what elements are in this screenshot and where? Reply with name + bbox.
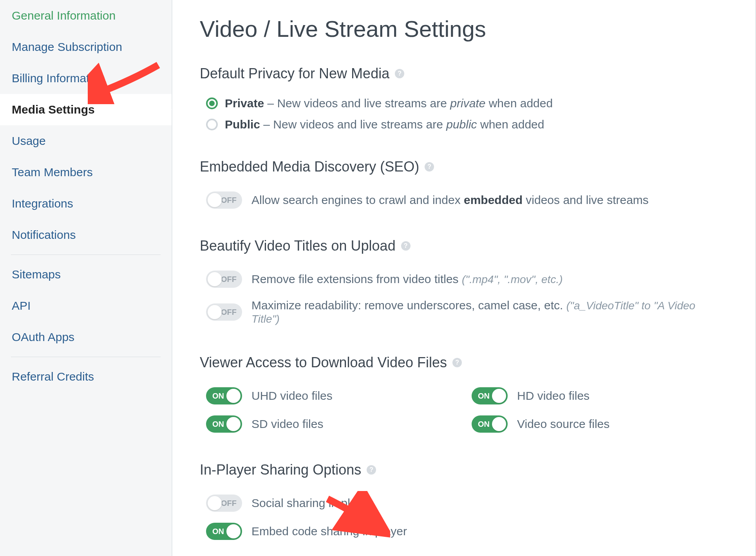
sidebar-item-oauth-apps[interactable]: OAuth Apps: [0, 321, 172, 353]
seo-toggle[interactable]: OFF: [206, 191, 242, 209]
section-title-text: Default Privacy for New Media: [200, 65, 389, 82]
remove-extensions-toggle[interactable]: OFF: [206, 271, 242, 288]
sidebar-item-manage-subscription[interactable]: Manage Subscription: [0, 31, 172, 63]
maximize-readability-label: Maximize readability: remove underscores…: [251, 299, 722, 325]
help-icon[interactable]: ?: [395, 69, 404, 78]
download-label: SD video files: [251, 417, 323, 431]
help-icon[interactable]: ?: [401, 241, 411, 251]
social-sharing-label: Social sharing in player: [251, 496, 373, 510]
download-toggle[interactable]: ON: [206, 415, 242, 433]
sharing-embed-row: ON Embed code sharing in player: [200, 517, 728, 545]
download-toggle[interactable]: ON: [206, 387, 242, 404]
sidebar-item-media-settings[interactable]: Media Settings: [0, 94, 172, 125]
section-title-text: Embedded Media Discovery (SEO): [200, 159, 419, 175]
download-label: UHD video files: [251, 389, 333, 403]
download-label: Video source files: [517, 417, 610, 431]
download-row-sd-video-files: ONSD video files: [206, 410, 456, 438]
help-icon[interactable]: ?: [367, 465, 376, 475]
seo-toggle-row: OFF Allow search engines to crawl and in…: [200, 186, 728, 214]
privacy-option-private[interactable]: Private – New videos and live streams ar…: [200, 93, 728, 114]
download-label: HD video files: [517, 389, 590, 403]
sidebar-item-sitemaps[interactable]: Sitemaps: [0, 259, 172, 290]
social-sharing-toggle[interactable]: OFF: [206, 495, 242, 512]
section-title-privacy: Default Privacy for New Media ?: [200, 65, 728, 82]
download-row-hd-video-files: ONHD video files: [472, 382, 722, 410]
section-title-text: Beautify Video Titles on Upload: [200, 238, 396, 254]
sidebar-item-api[interactable]: API: [0, 290, 172, 321]
sidebar-divider: [11, 255, 161, 255]
sidebar-item-referral-credits[interactable]: Referral Credits: [0, 361, 172, 392]
maximize-readability-toggle[interactable]: OFF: [206, 303, 242, 321]
download-toggle[interactable]: ON: [472, 415, 508, 433]
beautify-row-readability: OFF Maximize readability: remove undersc…: [200, 293, 728, 331]
main-content: Video / Live Stream Settings Default Pri…: [172, 0, 756, 556]
section-title-text: Viewer Access to Download Video Files: [200, 354, 447, 371]
section-default-privacy: Default Privacy for New Media ? Private …: [200, 65, 728, 135]
embed-code-sharing-label: Embed code sharing in player: [251, 525, 407, 538]
download-row-uhd-video-files: ONUHD video files: [206, 382, 456, 410]
section-title-text: In-Player Sharing Options: [200, 462, 361, 478]
download-toggle[interactable]: ON: [472, 387, 508, 404]
seo-toggle-label: Allow search engines to crawl and index …: [251, 193, 649, 207]
section-title-download: Viewer Access to Download Video Files ?: [200, 354, 728, 371]
sharing-social-row: OFF Social sharing in player: [200, 489, 728, 517]
section-title-seo: Embedded Media Discovery (SEO) ?: [200, 159, 728, 175]
privacy-option-public[interactable]: Public – New videos and live streams are…: [200, 114, 728, 135]
section-beautify: Beautify Video Titles on Upload ? OFF Re…: [200, 238, 728, 331]
section-sharing: In-Player Sharing Options ? OFF Social s…: [200, 462, 728, 545]
sidebar-item-billing-information[interactable]: Billing Information: [0, 63, 172, 94]
beautify-row-extensions: OFF Remove file extensions from video ti…: [200, 265, 728, 293]
page-title: Video / Live Stream Settings: [200, 16, 728, 42]
sidebar-divider: [11, 357, 161, 357]
help-icon[interactable]: ?: [452, 358, 462, 367]
embed-code-sharing-toggle[interactable]: ON: [206, 523, 242, 540]
section-title-sharing: In-Player Sharing Options ?: [200, 462, 728, 478]
section-download: Viewer Access to Download Video Files ? …: [200, 354, 728, 438]
remove-extensions-label: Remove file extensions from video titles…: [251, 273, 562, 286]
section-title-beautify: Beautify Video Titles on Upload ?: [200, 238, 728, 254]
radio-icon: [206, 97, 218, 109]
sidebar-item-usage[interactable]: Usage: [0, 125, 172, 157]
radio-icon: [206, 119, 218, 130]
sidebar-item-integrations[interactable]: Integrations: [0, 188, 172, 219]
sidebar-item-general-information[interactable]: General Information: [0, 0, 172, 31]
sidebar-item-team-members[interactable]: Team Members: [0, 157, 172, 188]
help-icon[interactable]: ?: [425, 162, 434, 171]
sidebar-item-notifications[interactable]: Notifications: [0, 219, 172, 251]
sidebar: General InformationManage SubscriptionBi…: [0, 0, 172, 556]
section-seo: Embedded Media Discovery (SEO) ? OFF All…: [200, 159, 728, 214]
download-row-video-source-files: ONVideo source files: [472, 410, 722, 438]
